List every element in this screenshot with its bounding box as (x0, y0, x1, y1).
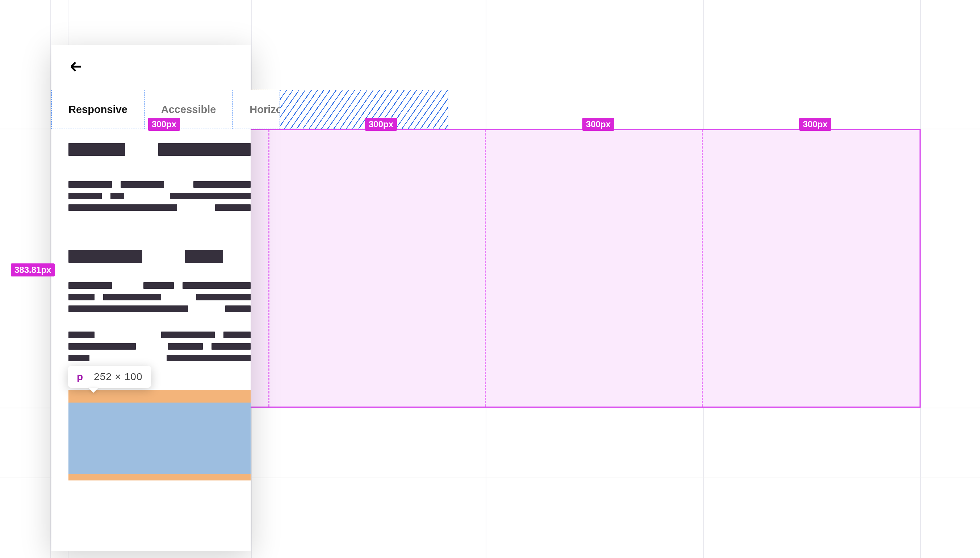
column-size-badge: 300px (365, 118, 397, 131)
grid-column (270, 130, 486, 407)
skeleton-content (69, 143, 250, 366)
tabs-overflow-region (280, 90, 448, 129)
column-size-badge: 300px (799, 118, 831, 131)
box-model-margin (69, 474, 250, 481)
box-model-content (69, 402, 250, 474)
grid-rule (50, 0, 51, 558)
inspect-tooltip-dimensions: 252 × 100 (94, 371, 142, 382)
tab-responsive[interactable]: Responsive (51, 90, 144, 129)
grid-column (703, 130, 920, 407)
tab-horizontal[interactable]: Horizontal (233, 90, 280, 129)
back-arrow-icon[interactable] (69, 59, 83, 75)
row-height-badge: 383.81px (11, 263, 55, 276)
inspect-tooltip: p 252 × 100 (68, 366, 151, 388)
grid-column (486, 130, 703, 407)
column-size-badge: 300px (148, 118, 180, 131)
inspect-tooltip-tag: p (77, 371, 83, 382)
column-size-badge: 300px (582, 118, 614, 131)
